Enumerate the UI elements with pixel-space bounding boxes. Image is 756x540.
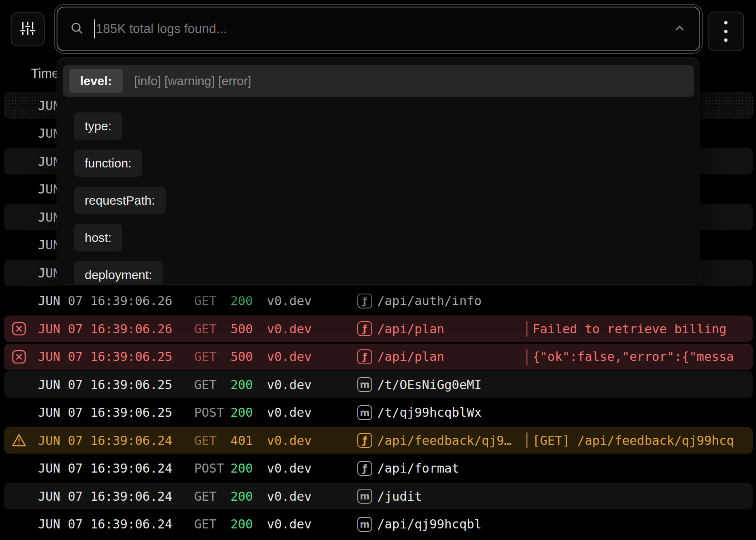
log-status: 401 [231,433,253,448]
filter-sliders-icon [19,20,36,39]
log-row[interactable]: JUN 07 16:39:06.25 POST 200 v0.dev m /t/… [4,399,753,426]
log-timestamp: JUN 07 16:39:06.24 [38,461,181,475]
log-status: 200 [231,405,253,420]
log-method: GET [194,294,224,308]
log-path: /t/OEsNiGg0eMI [377,378,524,392]
suggestion-item-function[interactable]: function: [74,150,142,177]
log-host: v0.dev [267,405,357,420]
log-path: /api/feedback/qj9… [377,433,524,448]
log-timestamp: JUN 07 16:39:06.24 [38,433,181,448]
log-status: 500 [231,349,253,364]
message-divider [526,321,528,337]
log-host: v0.dev [267,517,357,531]
suggestion-item-deployment[interactable]: deployment: [74,261,163,284]
log-host: v0.dev [267,322,357,336]
log-timestamp: JUN 07 16:39:06.24 [38,489,181,504]
search-box[interactable] [57,7,700,51]
error-icon [12,322,26,336]
log-path: /api/plan [377,349,524,364]
log-status: 200 [231,294,253,308]
warning-icon [12,433,26,447]
search-suggestions-panel: level: [info] [warning] [error] type: fu… [57,57,700,284]
log-path: /api/auth/info [377,294,524,308]
log-host: v0.dev [267,489,357,504]
kebab-menu-button[interactable] [708,12,744,51]
log-method: GET [194,378,224,392]
function-icon: ƒ [357,294,372,308]
function-icon: ƒ [357,321,372,336]
log-method: POST [194,461,224,475]
log-path: /api/plan [377,322,524,336]
suggestion-item-type[interactable]: type: [74,112,122,140]
level-hint-text: [info] [warning] [error] [134,74,251,88]
log-message: Failed to retrieve billing [533,322,727,336]
log-path: /t/qj99hcqblWx [377,405,524,420]
log-row[interactable]: JUN 07 16:39:06.25 GET 200 v0.dev m /t/O… [4,371,753,398]
message-divider [526,349,528,365]
suggestion-item-host[interactable]: host: [74,224,122,251]
log-row[interactable]: JUN 07 16:39:06.24 GET 200 v0.dev m /jud… [4,483,753,509]
log-timestamp: JUN 07 16:39:06.25 [38,349,181,364]
message-divider [526,432,528,448]
log-method: GET [194,433,224,448]
function-icon: ƒ [357,433,372,448]
text-caret [94,19,95,38]
log-row-warning[interactable]: JUN 07 16:39:06.24 GET 401 v0.dev ƒ /api… [4,427,753,454]
log-row[interactable]: JUN 07 16:39:06.24 POST 200 v0.dev ƒ /ap… [4,455,753,482]
log-method: POST [194,405,224,420]
log-row-error[interactable]: JUN 07 16:39:06.25 GET 500 v0.dev ƒ /api… [4,344,753,370]
filter-button[interactable] [11,12,45,46]
log-method: GET [194,349,224,364]
suggestion-item-level[interactable]: level: [info] [warning] [error] [63,65,694,97]
log-host: v0.dev [267,294,357,308]
log-timestamp: JUN 07 16:39:06.25 [38,378,181,392]
logs-screen: Time JUN JUN JUN JUN JUN JUN JUN [0,0,756,540]
log-host: v0.dev [267,378,357,392]
function-icon: ƒ [357,349,372,364]
log-timestamp: JUN 07 16:39:06.26 [38,322,181,336]
middleware-icon: m [357,517,372,532]
log-method: GET [194,517,224,531]
level-key-chip[interactable]: level: [69,69,123,93]
log-row[interactable]: JUN 07 16:39:06.26 GET 200 v0.dev ƒ /api… [4,288,753,314]
log-method: GET [194,489,224,504]
log-status: 200 [231,517,253,531]
log-timestamp: JUN 07 16:39:06.25 [38,405,181,420]
log-row[interactable]: JUN 07 16:39:06.24 GET 200 v0.dev m /api… [4,511,753,538]
log-host: v0.dev [267,433,357,448]
chevron-up-icon[interactable] [672,21,687,37]
log-status: 200 [231,378,253,392]
middleware-icon: m [357,489,372,504]
log-path: /api/format [377,461,524,475]
log-message: {"ok":false,"error":{"messa [533,349,734,364]
search-input[interactable] [96,22,672,36]
middleware-icon: m [357,405,372,420]
log-row-error[interactable]: JUN 07 16:39:06.26 GET 500 v0.dev ƒ /api… [4,315,753,342]
log-timestamp: JUN 07 16:39:06.26 [38,294,181,308]
search-icon [70,21,84,37]
function-icon: ƒ [357,461,372,476]
error-icon [12,350,26,364]
log-host: v0.dev [267,349,357,364]
suggestion-item-requestpath[interactable]: requestPath: [74,187,166,214]
log-host: v0.dev [267,461,357,475]
kebab-menu-icon [724,21,727,24]
middleware-icon: m [357,377,372,392]
log-status: 200 [231,489,253,504]
log-timestamp: JUN 07 16:39:06.24 [38,517,181,531]
log-status: 200 [231,461,253,475]
log-method: GET [194,322,224,336]
log-path: /api/qj99hcqbl [377,517,524,531]
log-message: [GET] /api/feedback/qj99hcq [533,433,734,448]
time-column-header: Time [31,66,59,81]
log-path: /judit [377,489,524,504]
log-status: 500 [231,322,253,336]
